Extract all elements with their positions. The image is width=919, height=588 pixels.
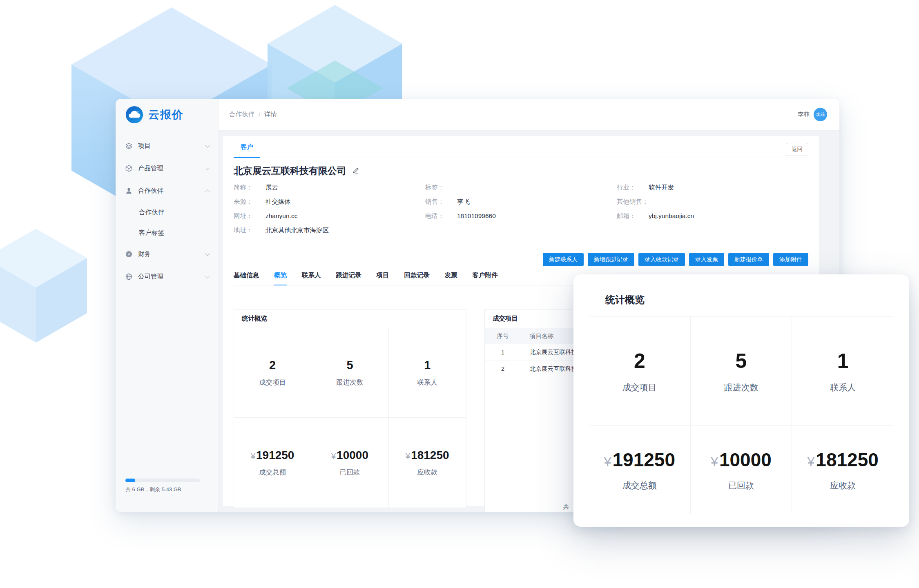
tab-invoices[interactable]: 发票 [445, 271, 457, 285]
add-attachment-button[interactable]: 添加附件 [773, 253, 808, 266]
stat-value: 5 [736, 349, 747, 373]
field-phone: 电话： 18101099660 [425, 212, 617, 221]
field-email: 邮箱： ybj.yunbaojia.cn [617, 212, 808, 221]
user-name: 李菲 [798, 111, 810, 118]
cell-index: 2 [485, 361, 521, 377]
sidebar-item-products[interactable]: 产品管理 [116, 157, 218, 180]
field-label: 行业： [617, 183, 649, 192]
edit-pencil-icon[interactable] [352, 167, 360, 175]
chevron-down-icon [205, 165, 210, 170]
field-value: 北京其他北京市海淀区 [265, 226, 329, 235]
stats-panel-title: 统计概览 [234, 310, 466, 328]
stat-followup-count: 5 跟进次数 [311, 328, 388, 418]
sidebar-subitem-label: 合作伙伴 [139, 208, 164, 217]
stat-label: 成交总额 [259, 468, 286, 477]
cell-index: 1 [485, 344, 521, 361]
breadcrumb: 合作伙伴 / 详情 [229, 110, 277, 119]
stat-value: ¥10000 [711, 449, 772, 471]
stat-deal-count: 2 成交项目 [234, 328, 311, 418]
field-label: 其他销售： [617, 198, 656, 206]
tab-basic-info[interactable]: 基础信息 [234, 271, 259, 285]
enter-invoice-button[interactable]: 录入发票 [689, 253, 724, 266]
storage-progress-fill [125, 479, 135, 482]
layers-icon [125, 142, 133, 150]
stat-value: ¥10000 [331, 449, 368, 462]
stat-value: 5 [346, 359, 353, 372]
field-label: 地址： [234, 226, 265, 235]
record-payment-button[interactable]: 录入收款记录 [638, 253, 685, 266]
field-label: 标签： [425, 183, 457, 192]
action-buttons-row: 新建联系人 新增跟进记录 录入收款记录 录入发票 新建报价单 添加附件 [234, 253, 808, 266]
logo[interactable]: 云报价 [116, 99, 218, 131]
storage-label: 共 6 GB，剩余 5.43 GB [125, 486, 208, 493]
stats-grid: 2 成交项目 5 跟进次数 1 联系人 [234, 328, 466, 508]
globe-icon [125, 273, 133, 281]
field-other-sales: 其他销售： [617, 198, 808, 207]
topbar: 合作伙伴 / 详情 李菲 李菲 [219, 99, 839, 131]
overlay-stat-total-amount: ¥191250 成交总额 [589, 426, 691, 514]
field-value: zhanyun.cc [265, 212, 297, 220]
decorative-cube-small [0, 229, 87, 343]
yuan-circle-icon: ¥ [125, 250, 133, 258]
column-header-index: 序号 [485, 328, 521, 344]
stat-paid-amount: ¥10000 已回款 [311, 418, 388, 508]
overlay-title: 统计概览 [589, 293, 894, 306]
chevron-down-icon [205, 274, 210, 278]
sidebar-item-label: 财务 [138, 250, 206, 258]
sidebar-item-company[interactable]: 公司管理 [116, 265, 218, 288]
tab-projects[interactable]: 项目 [377, 271, 389, 285]
currency-symbol: ¥ [331, 452, 336, 461]
tab-overview[interactable]: 概览 [274, 271, 287, 285]
stats-overview-panel: 统计概览 2 成交项目 5 跟进次数 1 [234, 309, 466, 508]
add-followup-button[interactable]: 新增跟进记录 [588, 253, 634, 266]
new-quote-button[interactable]: 新建报价单 [728, 253, 769, 266]
stat-label: 成交项目 [622, 382, 657, 393]
stat-total-amount: ¥191250 成交总额 [234, 418, 311, 508]
tab-attachments[interactable]: 客户附件 [473, 271, 498, 285]
sidebar-item-projects[interactable]: 项目 [116, 135, 218, 157]
stat-label: 已回款 [340, 468, 360, 477]
stat-label: 已回款 [728, 480, 754, 491]
field-value: 18101099660 [457, 212, 496, 220]
currency-symbol: ¥ [807, 454, 815, 469]
field-tags: 标签： [425, 183, 617, 192]
avatar[interactable]: 李菲 [814, 108, 827, 121]
field-value: ybj.yunbaojia.cn [649, 212, 694, 220]
brand-name: 云报价 [148, 107, 184, 122]
sidebar-subitem-customer-tags[interactable]: 客户标签 [116, 223, 218, 243]
field-value: 展云 [265, 183, 278, 192]
tab-customer[interactable]: 客户 [234, 143, 260, 158]
back-button[interactable]: 返回 [786, 143, 808, 156]
overlay-stat-followup-count: 5 跟进次数 [691, 316, 792, 426]
chevron-up-icon [205, 189, 210, 194]
stat-value: 2 [634, 349, 645, 373]
storage-progressbar [125, 479, 200, 482]
breadcrumb-section[interactable]: 合作伙伴 [229, 110, 254, 119]
tab-contacts[interactable]: 联系人 [302, 271, 321, 285]
pagination-text: 共 [563, 503, 569, 511]
stat-value: 1 [424, 359, 431, 372]
sidebar-nav: 项目 产品管理 合作伙伴 [116, 131, 218, 288]
stat-label: 联系人 [830, 382, 856, 393]
sidebar-item-partners[interactable]: 合作伙伴 [116, 180, 218, 202]
stat-value: ¥191250 [251, 449, 294, 462]
sidebar-item-label: 合作伙伴 [138, 187, 206, 195]
sidebar: 云报价 项目 产品管理 [116, 99, 219, 512]
company-header: 北京展云互联科技有限公司 [234, 165, 808, 177]
sidebar-item-finance[interactable]: ¥ 财务 [116, 243, 218, 265]
new-contact-button[interactable]: 新建联系人 [543, 253, 584, 266]
overlay-stats-grid: 2 成交项目 5 跟进次数 1 联系人 ¥191250 成交总额 ¥10000 … [589, 316, 894, 514]
currency-symbol: ¥ [251, 452, 255, 461]
cube-icon [125, 165, 133, 173]
sidebar-item-label: 公司管理 [138, 272, 206, 281]
tab-followups[interactable]: 跟进记录 [336, 271, 361, 285]
stats-overview-zoom-card: 统计概览 2 成交项目 5 跟进次数 1 联系人 ¥191250 成交总额 ¥1… [573, 274, 909, 527]
tab-payments[interactable]: 回款记录 [404, 271, 430, 285]
field-label: 销售： [425, 198, 457, 206]
sidebar-subitem-label: 客户标签 [139, 229, 164, 237]
storage-widget: 共 6 GB，剩余 5.43 GB [125, 479, 208, 493]
chevron-down-icon [205, 143, 210, 147]
stat-label: 成交总额 [622, 480, 657, 491]
sidebar-subitem-partners[interactable]: 合作伙伴 [116, 202, 218, 223]
field-address: 地址： 北京其他北京市海淀区 [234, 226, 425, 235]
